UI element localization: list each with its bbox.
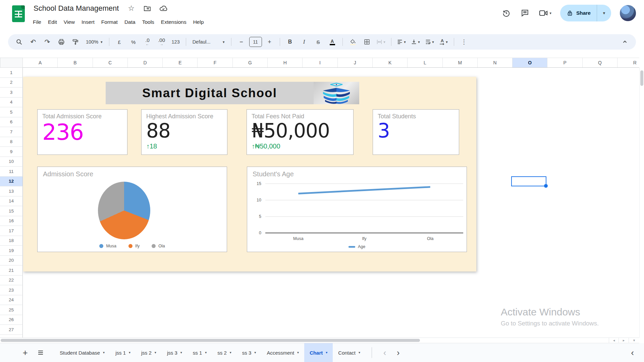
kpi-card-total-fees-not-paid[interactable]: Total Fees Not Paid ₦50,000 ↑₦50,000	[247, 109, 354, 155]
italic-button[interactable]: I	[298, 37, 311, 47]
column-header-I[interactable]: I	[303, 58, 337, 67]
sheet-tab-student-database[interactable]: Student Database▾	[54, 343, 110, 362]
menu-item-extensions[interactable]: Extensions	[158, 17, 190, 27]
column-header-F[interactable]: F	[198, 58, 232, 67]
row-header-28[interactable]: 28	[0, 335, 23, 338]
sheet-tab-jss-2[interactable]: jss 2▾	[136, 343, 162, 362]
text-color-button[interactable]: A	[326, 37, 339, 47]
fill-color-button[interactable]	[346, 37, 359, 47]
row-header-2[interactable]: 2	[0, 78, 23, 88]
column-header-B[interactable]: B	[58, 58, 93, 67]
menu-item-data[interactable]: Data	[121, 17, 139, 27]
line-chart-card[interactable]: Student's Age 051015MusaIfyOla Age	[247, 167, 467, 252]
vertical-align-icon[interactable]: ▾	[409, 37, 422, 47]
scroll-right-icon[interactable]: ▸	[619, 338, 629, 343]
menu-item-help[interactable]: Help	[190, 17, 207, 27]
column-header-K[interactable]: K	[373, 58, 408, 67]
search-icon[interactable]	[13, 37, 25, 47]
menu-item-tools[interactable]: Tools	[139, 17, 158, 27]
column-header-E[interactable]: E	[163, 58, 198, 67]
sheet-tab-ss-1[interactable]: ss 1▾	[187, 343, 212, 362]
document-title[interactable]: School Data Management	[34, 4, 119, 13]
row-header-27[interactable]: 27	[0, 325, 23, 335]
row-header-20[interactable]: 20	[0, 256, 23, 266]
horizontal-scrollbar[interactable]: ◂ ▸ ▾	[0, 338, 639, 343]
column-header-Q[interactable]: Q	[583, 58, 618, 67]
paint-format-icon[interactable]	[69, 37, 82, 47]
column-header-A[interactable]: A	[23, 58, 58, 67]
increase-font-size-button[interactable]: +	[263, 37, 276, 47]
row-header-11[interactable]: 11	[0, 167, 23, 177]
horizontal-align-icon[interactable]: ▾	[395, 37, 408, 47]
font-select[interactable]: Defaul... ▾	[190, 37, 227, 47]
column-header-O[interactable]: O	[513, 58, 547, 67]
redo-icon[interactable]: ↷	[41, 37, 54, 47]
tabs-scroll-right-icon[interactable]: ›	[391, 343, 405, 362]
more-formats-button[interactable]: 123	[169, 37, 182, 47]
scroll-down-icon[interactable]: ▾	[629, 338, 639, 343]
row-header-22[interactable]: 22	[0, 276, 23, 286]
column-header-P[interactable]: P	[547, 58, 582, 67]
comments-icon[interactable]	[520, 8, 530, 18]
sheet-tab-jss-1[interactable]: jss 1▾	[110, 343, 136, 362]
row-header-13[interactable]: 13	[0, 186, 23, 196]
collapse-toolbar-icon[interactable]	[619, 37, 631, 47]
row-header-18[interactable]: 18	[0, 236, 23, 246]
kpi-card-total-admission-score[interactable]: Total Admission Score 236	[37, 109, 127, 155]
sheet-tab-accessment[interactable]: Accessment▾	[261, 343, 304, 362]
row-header-1[interactable]: 1	[0, 68, 23, 78]
horizontal-scrollbar-thumb[interactable]	[1, 339, 420, 342]
sheet-canvas[interactable]: Smart Digital School	[23, 68, 639, 338]
avatar[interactable]	[620, 5, 636, 21]
column-header-D[interactable]: D	[128, 58, 163, 67]
menu-item-insert[interactable]: Insert	[78, 17, 98, 27]
row-header-3[interactable]: 3	[0, 87, 23, 98]
row-header-19[interactable]: 19	[0, 246, 23, 256]
row-header-12[interactable]: 12	[0, 177, 23, 187]
pie-chart-card[interactable]: Admission Score MusaIfyOla	[37, 167, 227, 252]
borders-icon[interactable]	[361, 37, 373, 47]
font-size-input[interactable]: 11	[249, 37, 262, 47]
column-header-C[interactable]: C	[93, 58, 128, 67]
format-percent-button[interactable]: %	[127, 37, 140, 47]
print-icon[interactable]	[55, 37, 68, 47]
kpi-card-highest-admission-score[interactable]: Highest Admission Score 88 ↑18	[141, 109, 227, 155]
undo-icon[interactable]: ↶	[27, 37, 40, 47]
sheets-logo-icon[interactable]	[12, 5, 25, 22]
sheet-tab-contact[interactable]: Contact▾	[333, 343, 366, 362]
row-header-10[interactable]: 10	[0, 157, 23, 167]
row-header-25[interactable]: 25	[0, 305, 23, 315]
star-icon[interactable]: ☆	[127, 4, 136, 13]
row-header-17[interactable]: 17	[0, 226, 23, 236]
select-all-corner[interactable]	[0, 58, 23, 68]
bold-button[interactable]: B	[284, 37, 297, 47]
strikethrough-button[interactable]: S	[312, 37, 325, 47]
menu-item-format[interactable]: Format	[98, 17, 121, 27]
row-header-23[interactable]: 23	[0, 285, 23, 295]
sheet-tab-jss-3[interactable]: jss 3▾	[162, 343, 187, 362]
vertical-scrollbar[interactable]	[639, 68, 644, 338]
version-history-icon[interactable]	[501, 8, 511, 18]
text-wrap-icon[interactable]: ▾	[423, 37, 436, 47]
video-call-button[interactable]: ▾	[539, 8, 551, 18]
merge-cells-icon[interactable]: ▾	[375, 37, 387, 47]
vertical-scrollbar-thumb[interactable]	[640, 70, 643, 86]
text-rotation-icon[interactable]: A ▾	[437, 37, 450, 47]
column-header-L[interactable]: L	[408, 58, 442, 67]
row-header-9[interactable]: 9	[0, 147, 23, 157]
column-header-J[interactable]: J	[338, 58, 373, 67]
decrease-font-size-button[interactable]: −	[235, 37, 248, 47]
column-header-R[interactable]: R	[618, 58, 639, 67]
share-dropdown[interactable]: ▼	[597, 5, 611, 21]
row-header-4[interactable]: 4	[0, 98, 23, 108]
column-header-G[interactable]: G	[233, 58, 268, 67]
sheet-tab-chart[interactable]: Chart▾	[304, 343, 333, 362]
decrease-decimal-button[interactable]: .0←	[141, 37, 154, 47]
row-header-15[interactable]: 15	[0, 206, 23, 216]
row-header-24[interactable]: 24	[0, 295, 23, 305]
zoom-select[interactable]: 100% ▾	[83, 37, 105, 47]
move-folder-icon[interactable]	[143, 4, 152, 13]
row-header-21[interactable]: 21	[0, 265, 23, 276]
add-sheet-button[interactable]: +	[17, 343, 33, 362]
row-header-26[interactable]: 26	[0, 315, 23, 325]
